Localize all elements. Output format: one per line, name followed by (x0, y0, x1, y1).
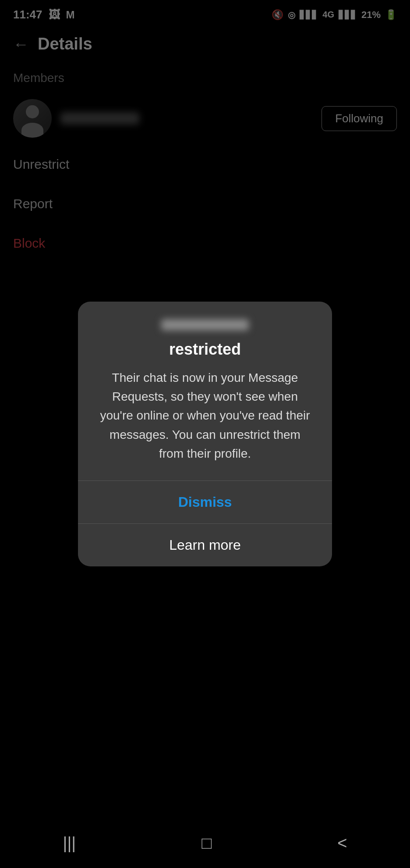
modal-username-blurred (161, 319, 249, 331)
modal-body: restricted Their chat is now in your Mes… (78, 302, 332, 477)
dismiss-button[interactable]: Dismiss (78, 481, 332, 523)
bottom-nav: ||| □ < (0, 824, 410, 868)
nav-menu-icon[interactable]: ||| (63, 834, 76, 853)
nav-back-icon[interactable]: < (337, 834, 347, 853)
modal-overlay: restricted Their chat is now in your Mes… (0, 0, 410, 868)
restricted-modal: restricted Their chat is now in your Mes… (78, 302, 332, 567)
nav-home-icon[interactable]: □ (201, 834, 212, 853)
modal-description: Their chat is now in your Message Reques… (97, 368, 313, 463)
learn-more-button[interactable]: Learn more (78, 524, 332, 566)
modal-title: restricted (169, 340, 241, 359)
